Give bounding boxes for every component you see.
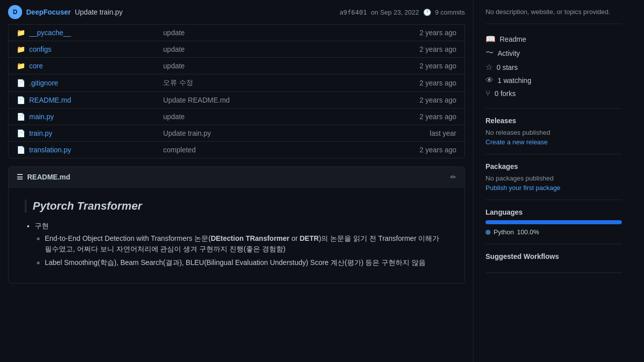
activity-icon: 〜 [486,48,494,58]
file-name-cell: 📄 train.py [17,129,163,137]
readme-body: Pytorch Transformer 구현 End-to-End Object… [9,188,464,283]
table-row[interactable]: 📄 translation.py completed 2 years ago [9,142,464,158]
activity-label: Activity [498,49,520,57]
sidebar-item-readme[interactable]: 📖 Readme [486,32,622,46]
list-item-text: 구현 [35,222,49,230]
watching-label: 1 watching [498,76,531,84]
file-name-cell: 📄 main.py [17,113,163,121]
readme-header: ☰ README.md ✏ [9,167,464,188]
stars-label: 0 stars [497,63,518,71]
python-label: Python [494,228,514,236]
workflows-section: Suggested Workflows [486,244,622,273]
language-bar [486,220,622,224]
time-cell: 2 years ago [310,96,456,104]
python-dot [486,230,491,235]
table-row[interactable]: 📄 train.py Update train.py last year [9,125,464,142]
time-cell: 2 years ago [310,45,456,53]
releases-title: Releases [486,117,622,125]
time-cell: 2 years ago [310,79,456,87]
file-name[interactable]: configs [29,45,51,53]
languages-section: Languages Python 100.0% [486,200,622,244]
list-icon: ☰ [17,173,23,181]
packages-section: Packages No packages published Publish y… [486,154,622,200]
time-cell: 2 years ago [310,113,456,121]
python-pct: 100.0% [517,228,539,236]
time-cell: 2 years ago [310,62,456,70]
file-name[interactable]: core [29,62,43,70]
readme-heading: Pytorch Transformer [25,200,448,213]
file-icon: 📄 [17,79,25,87]
time-cell: 2 years ago [310,146,456,154]
commit-msg-cell: update [163,45,309,53]
time-cell: 2 years ago [310,29,456,37]
table-row[interactable]: 📄 main.py update 2 years ago [9,109,464,125]
readme-label: Readme [500,35,526,43]
fork-icon: ⑂ [486,89,491,98]
repo-description: No description, website, or topics provi… [486,0,622,24]
eye-icon: 👁 [486,76,494,85]
edit-icon[interactable]: ✏ [450,173,456,181]
table-row[interactable]: 📄 README.md Update README.md 2 years ago [9,92,464,109]
packages-title: Packages [486,162,622,170]
readme-sub-item-2: Label Smoothing(학습), Beam Search(결과), BL… [45,257,448,268]
file-name[interactable]: README.md [29,96,71,104]
book-icon: 📖 [486,34,496,44]
file-name[interactable]: __pycache__ [29,29,71,37]
table-row[interactable]: 📁 core update 2 years ago [9,58,464,74]
file-icon: 📄 [17,129,25,137]
packages-none: No packages published [486,174,622,182]
commit-header: D DeepFocuser Update train.py a9f6401 on… [8,0,465,25]
file-name-cell: 📁 core [17,62,163,70]
time-cell: last year [310,129,456,137]
file-name-cell: 📁 configs [17,45,163,53]
file-name[interactable]: train.py [29,129,52,137]
releases-section: Releases No releases published Create a … [486,109,622,154]
commits-count-link[interactable]: 9 commits [435,9,465,16]
readme-header-title: ☰ README.md [17,173,70,181]
sidebar-item-forks[interactable]: ⑂ 0 forks [486,87,622,100]
file-icon: 📄 [17,113,25,121]
commit-meta: a9f6401 on Sep 23, 2022 🕐 9 commits [340,9,465,16]
commit-author-info: D DeepFocuser Update train.py [8,5,123,19]
commit-date: on Sep 23, 2022 [371,9,419,16]
commit-msg-cell: 오류 수정 [163,78,309,87]
star-icon: ☆ [486,62,493,72]
readme-sub-item-1: End-to-End Object Detection with Transfo… [45,233,448,254]
file-name[interactable]: main.py [29,113,54,121]
file-name[interactable]: translation.py [29,146,71,154]
folder-icon: 📁 [17,45,25,53]
commit-hash[interactable]: a9f6401 [340,9,367,16]
file-icon: 📄 [17,96,25,104]
readme-sub-list: End-to-End Object Detection with Transfo… [45,233,448,268]
forks-label: 0 forks [495,89,516,98]
file-name-cell: 📄 translation.py [17,146,163,154]
sidebar-item-stars[interactable]: ☆ 0 stars [486,60,622,74]
sidebar: No description, website, or topics provi… [473,0,622,362]
file-icon: 📄 [17,146,25,154]
author-name[interactable]: DeepFocuser [26,8,71,16]
commit-msg-cell: Update train.py [163,129,309,137]
table-row[interactable]: 📁 configs update 2 years ago [9,41,464,58]
readme-list: 구현 End-to-End Object Detection with Tran… [35,221,448,268]
commits-count: 9 commits [435,9,465,16]
commit-msg-cell: Update README.md [163,96,309,104]
table-row[interactable]: 📁 __pycache__ update 2 years ago [9,25,464,41]
readme-section: ☰ README.md ✏ Pytorch Transformer 구현 End… [8,166,465,284]
languages-title: Languages [486,208,622,216]
file-table: 📁 __pycache__ update 2 years ago 📁 confi… [8,25,465,158]
sidebar-item-watching[interactable]: 👁 1 watching [486,74,622,87]
publish-package-link[interactable]: Publish your first package [486,184,622,192]
releases-none: No releases published [486,129,622,136]
commit-message: Update train.py [75,8,123,16]
commit-msg-cell: update [163,62,309,70]
table-row[interactable]: 📄 .gitignore 오류 수정 2 years ago [9,74,464,92]
sidebar-item-activity[interactable]: 〜 Activity [486,46,622,60]
sidebar-about-section: 📖 Readme 〜 Activity ☆ 0 stars 👁 1 watchi… [486,24,622,109]
file-name-cell: 📄 README.md [17,96,163,104]
create-release-link[interactable]: Create a new release [486,138,622,146]
python-lang-item: Python 100.0% [486,228,622,236]
commit-msg-cell: update [163,113,309,121]
file-name[interactable]: .gitignore [29,79,58,87]
file-name-cell: 📄 .gitignore [17,79,163,87]
folder-icon: 📁 [17,29,25,37]
